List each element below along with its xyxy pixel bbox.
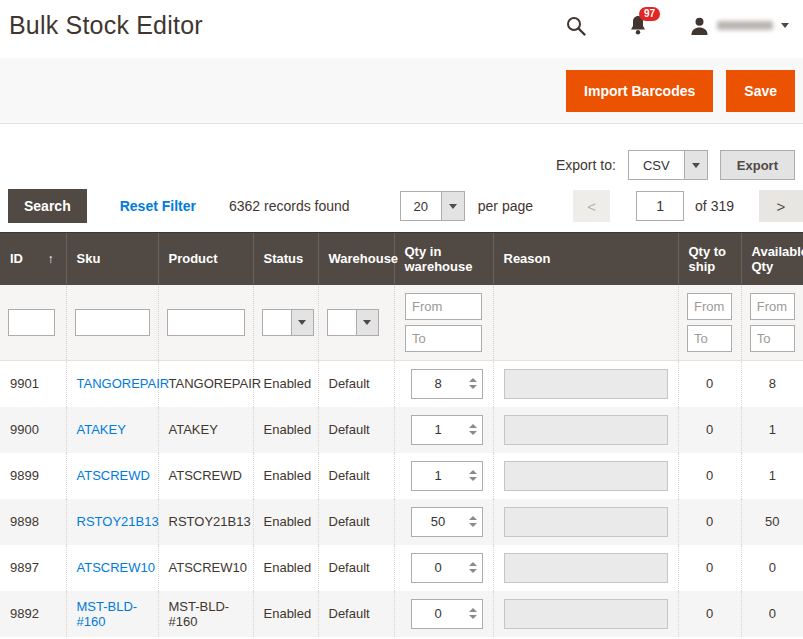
qty-input[interactable] bbox=[412, 508, 465, 536]
column-header-id[interactable]: ID ↑ bbox=[0, 233, 66, 285]
page-title: Bulk Stock Editor bbox=[9, 11, 203, 40]
reason-input bbox=[504, 553, 668, 583]
filter-qty-to-ship-from-input[interactable] bbox=[687, 293, 732, 320]
sort-asc-icon: ↑ bbox=[48, 252, 54, 266]
cell-product: RSTOY21B13 bbox=[158, 499, 253, 545]
page-input[interactable] bbox=[636, 191, 684, 221]
sku-link[interactable]: RSTOY21B13 bbox=[77, 514, 159, 529]
cell-id: 9900 bbox=[0, 407, 66, 453]
export-format-value: CSV bbox=[629, 151, 684, 179]
column-header-reason[interactable]: Reason bbox=[493, 233, 678, 285]
column-header-sku[interactable]: Sku bbox=[66, 233, 158, 285]
column-header-status[interactable]: Status bbox=[253, 233, 318, 285]
user-menu[interactable] bbox=[690, 16, 789, 36]
notifications-bell-icon[interactable]: 97 bbox=[628, 15, 648, 36]
save-button[interactable]: Save bbox=[726, 70, 795, 112]
qty-input[interactable] bbox=[412, 554, 465, 582]
chevron-down-icon bbox=[684, 151, 707, 179]
cell-product: ATSCREW10 bbox=[158, 545, 253, 591]
qty-input[interactable] bbox=[412, 600, 465, 628]
user-name bbox=[717, 21, 773, 30]
search-button[interactable]: Search bbox=[8, 189, 87, 223]
cell-status: Enabled bbox=[253, 453, 318, 499]
column-header-qty-in-warehouse[interactable]: Qty in warehouse bbox=[394, 233, 493, 285]
filter-product-input[interactable] bbox=[167, 309, 245, 336]
qty-stepper[interactable] bbox=[411, 369, 483, 399]
qty-stepper[interactable] bbox=[411, 415, 483, 445]
records-found: 6362 records found bbox=[229, 198, 350, 214]
cell-warehouse: Default bbox=[318, 545, 394, 591]
page-header: Bulk Stock Editor 97 bbox=[0, 0, 803, 45]
sku-link[interactable]: ATAKEY bbox=[77, 422, 126, 437]
filter-available-to-input[interactable] bbox=[750, 325, 795, 352]
cell-product: MST-BLD-#160 bbox=[158, 591, 253, 637]
stepper-arrows-icon[interactable] bbox=[465, 508, 482, 536]
next-page-button[interactable]: > bbox=[759, 190, 803, 222]
per-page-label: per page bbox=[478, 198, 533, 214]
export-row: Export to: CSV Export bbox=[0, 150, 803, 180]
qty-stepper[interactable] bbox=[411, 461, 483, 491]
qty-stepper[interactable] bbox=[411, 553, 483, 583]
column-header-qty-to-ship[interactable]: Qty to ship bbox=[678, 233, 741, 285]
reset-filter-link[interactable]: Reset Filter bbox=[120, 198, 196, 214]
cell-available-qty: 0 bbox=[741, 591, 803, 637]
stepper-arrows-icon[interactable] bbox=[465, 554, 482, 582]
table-row: 9899 ATSCREWD ATSCREWD Enabled Default 0… bbox=[0, 453, 803, 499]
table-row: 9900 ATAKEY ATAKEY Enabled Default 0 1 bbox=[0, 407, 803, 453]
filter-available-from-input[interactable] bbox=[750, 293, 795, 320]
filter-qty-from-input[interactable] bbox=[405, 293, 482, 320]
filter-qty-to-input[interactable] bbox=[405, 325, 482, 352]
stepper-arrows-icon[interactable] bbox=[465, 416, 482, 444]
user-avatar-icon bbox=[690, 16, 709, 36]
table-row: 9901 TANGOREPAIR TANGOREPAIR Enabled Def… bbox=[0, 360, 803, 407]
export-format-select[interactable]: CSV bbox=[628, 150, 708, 180]
cell-id: 9897 bbox=[0, 545, 66, 591]
cell-qty-to-ship: 0 bbox=[678, 591, 741, 637]
qty-stepper[interactable] bbox=[411, 599, 483, 629]
cell-product: ATSCREWD bbox=[158, 453, 253, 499]
export-to-label: Export to: bbox=[556, 157, 616, 173]
chevron-down-icon bbox=[441, 192, 464, 220]
qty-input[interactable] bbox=[412, 370, 465, 398]
header-actions: 97 bbox=[566, 15, 791, 36]
qty-input[interactable] bbox=[412, 462, 465, 490]
per-page-select[interactable]: 20 bbox=[400, 191, 465, 221]
stepper-arrows-icon[interactable] bbox=[465, 462, 482, 490]
cell-available-qty: 8 bbox=[741, 360, 803, 407]
sku-link[interactable]: TANGOREPAIR bbox=[77, 376, 170, 391]
sku-link[interactable]: ATSCREWD bbox=[77, 468, 150, 483]
reason-input bbox=[504, 369, 668, 399]
cell-qty-to-ship: 0 bbox=[678, 545, 741, 591]
cell-status: Enabled bbox=[253, 545, 318, 591]
sku-link[interactable]: ATSCREW10 bbox=[77, 560, 156, 575]
cell-status: Enabled bbox=[253, 499, 318, 545]
import-barcodes-button[interactable]: Import Barcodes bbox=[566, 70, 713, 112]
stock-grid: ID ↑ Sku Product Status Warehouse Qty in… bbox=[0, 232, 803, 637]
stepper-arrows-icon[interactable] bbox=[465, 600, 482, 628]
filter-warehouse-select[interactable] bbox=[327, 309, 379, 336]
filter-sku-input[interactable] bbox=[75, 309, 150, 336]
cell-warehouse: Default bbox=[318, 591, 394, 637]
chevron-down-icon bbox=[781, 23, 789, 28]
qty-input[interactable] bbox=[412, 416, 465, 444]
page-count-label: of 319 bbox=[695, 198, 734, 214]
cell-available-qty: 0 bbox=[741, 545, 803, 591]
filter-status-select[interactable] bbox=[262, 309, 314, 336]
prev-page-button[interactable]: < bbox=[573, 190, 610, 222]
sku-link[interactable]: MST-BLD-#160 bbox=[77, 599, 138, 629]
filter-id-input[interactable] bbox=[8, 309, 55, 336]
grid-header-row: ID ↑ Sku Product Status Warehouse Qty in… bbox=[0, 233, 803, 285]
search-icon[interactable] bbox=[566, 16, 586, 36]
qty-stepper[interactable] bbox=[411, 507, 483, 537]
cell-warehouse: Default bbox=[318, 453, 394, 499]
cell-status: Enabled bbox=[253, 407, 318, 453]
filter-qty-to-ship-to-input[interactable] bbox=[687, 325, 732, 352]
cell-available-qty: 50 bbox=[741, 499, 803, 545]
cell-product: TANGOREPAIR bbox=[158, 360, 253, 407]
column-header-warehouse[interactable]: Warehouse bbox=[318, 233, 394, 285]
column-header-available-qty[interactable]: Available Qty bbox=[741, 233, 803, 285]
column-header-product[interactable]: Product bbox=[158, 233, 253, 285]
export-button[interactable]: Export bbox=[720, 150, 795, 180]
stepper-arrows-icon[interactable] bbox=[465, 370, 482, 398]
chevron-down-icon bbox=[356, 310, 378, 335]
